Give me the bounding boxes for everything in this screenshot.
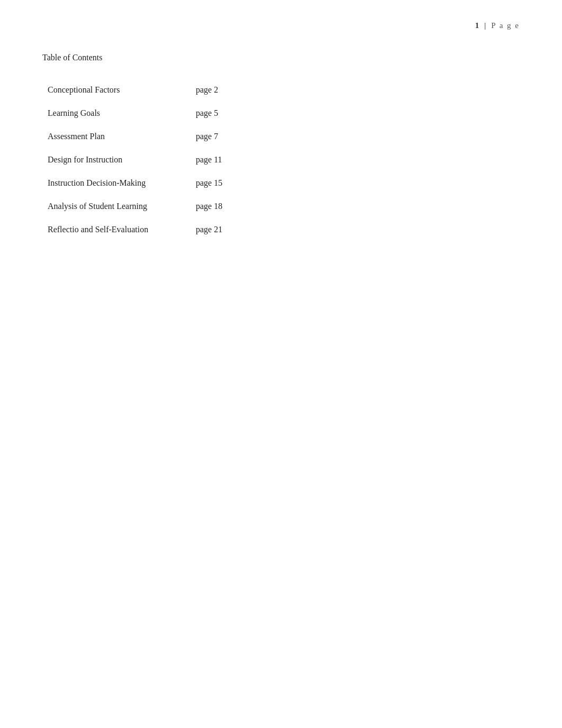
toc-item-page: page 21 bbox=[196, 218, 238, 241]
toc-row: Design for Instructionpage 11 bbox=[48, 148, 238, 171]
toc-row: Conceptional Factorspage 2 bbox=[48, 78, 238, 102]
toc-item-title: Instruction Decision-Making bbox=[48, 171, 196, 195]
toc-row: Reflectio and Self-Evaluationpage 21 bbox=[48, 218, 238, 241]
page-number-value: 1 bbox=[475, 21, 480, 30]
toc-item-title: Conceptional Factors bbox=[48, 78, 196, 102]
toc-row: Learning Goalspage 5 bbox=[48, 102, 238, 125]
toc-item-title: Learning Goals bbox=[48, 102, 196, 125]
toc-item-page: page 11 bbox=[196, 148, 238, 171]
toc-item-title: Analysis of Student Learning bbox=[48, 195, 196, 218]
toc-row: Instruction Decision-Makingpage 15 bbox=[48, 171, 238, 195]
toc-item-page: page 5 bbox=[196, 102, 238, 125]
toc-item-page: page 7 bbox=[196, 125, 238, 148]
toc-row: Analysis of Student Learningpage 18 bbox=[48, 195, 238, 218]
page: 1 | P a g e Table of Contents Conception… bbox=[0, 0, 562, 728]
toc-item-page: page 18 bbox=[196, 195, 238, 218]
toc-item-title: Design for Instruction bbox=[48, 148, 196, 171]
page-number-area: 1 | P a g e bbox=[475, 21, 520, 30]
toc-heading: Table of Contents bbox=[42, 53, 520, 62]
pipe-separator: | bbox=[484, 21, 486, 30]
toc-item-title: Assessment Plan bbox=[48, 125, 196, 148]
toc-table: Conceptional Factorspage 2Learning Goals… bbox=[48, 78, 238, 241]
toc-item-page: page 15 bbox=[196, 171, 238, 195]
toc-item-page: page 2 bbox=[196, 78, 238, 102]
toc-item-title: Reflectio and Self-Evaluation bbox=[48, 218, 196, 241]
page-label: P a g e bbox=[491, 21, 520, 30]
toc-row: Assessment Planpage 7 bbox=[48, 125, 238, 148]
